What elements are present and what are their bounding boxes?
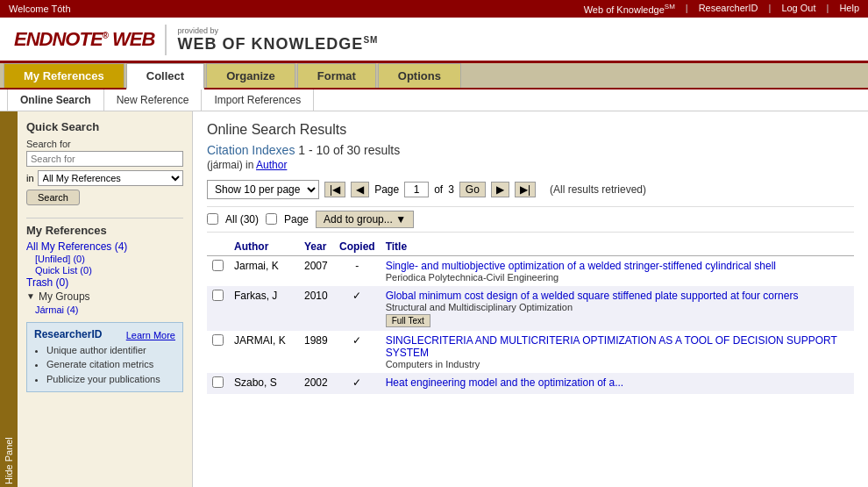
content-area: Online Search Results Citation Indexes 1… xyxy=(193,111,868,487)
search-button[interactable]: Search xyxy=(26,190,80,205)
researcher-learn-more[interactable]: Learn More xyxy=(126,330,175,340)
tab-collect[interactable]: Collect xyxy=(126,63,204,90)
row-copied: ✓ xyxy=(334,331,381,373)
row-checkbox[interactable] xyxy=(212,376,224,388)
row-journal: Periodica Polytechnica-Civil Engineering xyxy=(386,272,849,283)
row-checkbox-cell xyxy=(207,331,229,373)
row-author: JARMAI, K xyxy=(229,331,299,373)
row-checkbox-cell xyxy=(207,255,229,286)
wok-link[interactable]: Web of KnowledgeSM xyxy=(584,3,675,15)
check-all-checkbox[interactable] xyxy=(207,213,218,225)
row-title-link[interactable]: Global minimum cost design of a welded s… xyxy=(386,290,799,302)
row-year: 2002 xyxy=(299,373,334,394)
endnote-logo: ENDNOTE® WEB xyxy=(14,28,154,51)
tab-my-references[interactable]: My References xyxy=(4,63,125,88)
help-link[interactable]: Help xyxy=(839,3,859,15)
full-text-button[interactable]: Full Text xyxy=(386,314,430,327)
provided-by-text: provided by xyxy=(177,26,378,35)
group-jarmai-link[interactable]: Jármai (4) xyxy=(35,304,183,315)
next-page-btn[interactable]: ▶ xyxy=(491,182,509,197)
row-title-link[interactable]: SINGLECRITERIA AND MULTICRITERIA OPTIMIZ… xyxy=(386,334,837,359)
top-bar: Welcome Tóth Web of KnowledgeSM | Resear… xyxy=(0,0,868,18)
col-header-year: Year xyxy=(299,238,334,256)
page-total: 3 xyxy=(448,183,454,196)
researcher-id-list: Unique author identifier Generate citati… xyxy=(34,343,175,387)
researcher-id-box: ResearcherID Learn More Unique author id… xyxy=(26,322,183,393)
top-bar-links: Web of KnowledgeSM | ResearcherID | Log … xyxy=(584,3,859,15)
tab-organize[interactable]: Organize xyxy=(206,63,295,88)
col-header-check xyxy=(207,238,229,256)
welcome-text: Welcome Tóth xyxy=(9,4,71,14)
researcher-item-2: Generate citation metrics xyxy=(46,357,175,372)
content-title: Online Search Results xyxy=(207,122,854,138)
check-all-label: All (30) xyxy=(225,213,259,226)
results-table: Author Year Copied Title Jarmai, K 2007 … xyxy=(207,238,854,394)
trash-anchor[interactable]: Trash (0) xyxy=(26,276,183,289)
row-checkbox-cell xyxy=(207,373,229,394)
row-year: 2010 xyxy=(299,286,334,331)
last-page-btn[interactable]: ▶| xyxy=(515,182,536,197)
retrieved-text: (All results retrieved) xyxy=(550,183,646,196)
my-refs-section-title: My References xyxy=(26,224,183,237)
sub-nav-new-reference[interactable]: New Reference xyxy=(104,90,203,111)
prev-page-btn[interactable]: ◀ xyxy=(351,182,369,197)
row-checkbox[interactable] xyxy=(212,334,224,346)
researcher-item-1: Unique author identifier xyxy=(46,343,175,358)
sub-nav: Online Search New Reference Import Refer… xyxy=(0,90,868,111)
wok-text: WEB OF KNOWLEDGESM xyxy=(177,35,378,54)
all-my-refs-link[interactable]: All My References (4) xyxy=(26,240,183,253)
per-page-select[interactable]: Show 10 per page Show 20 per page Show 5… xyxy=(207,180,319,199)
in-label: in xyxy=(26,173,34,183)
sub-nav-import-references[interactable]: Import References xyxy=(202,90,314,111)
first-page-btn[interactable]: |◀ xyxy=(324,182,345,197)
tab-format[interactable]: Format xyxy=(297,63,376,88)
row-copied: ✓ xyxy=(334,373,381,394)
row-checkbox[interactable] xyxy=(212,260,224,271)
tab-options[interactable]: Options xyxy=(378,63,461,88)
query-field-link[interactable]: Author xyxy=(256,159,287,171)
of-label: of xyxy=(434,183,443,196)
search-input[interactable] xyxy=(26,151,183,167)
search-for-label: Search for xyxy=(26,139,183,149)
row-checkbox-cell xyxy=(207,286,229,331)
header: ENDNOTE® WEB provided by WEB OF KNOWLEDG… xyxy=(0,18,868,63)
row-year: 2007 xyxy=(299,255,334,286)
hide-panel-label: Hide Panel xyxy=(4,437,14,484)
check-page-label: Page xyxy=(284,213,309,226)
row-year: 1989 xyxy=(299,331,334,373)
researcher-item-3: Publicize your publications xyxy=(46,372,175,387)
page-label: Page xyxy=(374,183,399,196)
table-row: Jarmai, K 2007 - Single- and multiobject… xyxy=(207,255,854,286)
row-journal: Structural and Multidisciplinary Optimiz… xyxy=(386,302,849,312)
add-to-group-button[interactable]: Add to group... ▼ xyxy=(316,211,414,228)
row-copied: - xyxy=(334,255,381,286)
row-title-cell: Single- and multiobjective optimization … xyxy=(381,255,854,286)
check-page-checkbox[interactable] xyxy=(266,213,277,225)
search-in-select[interactable]: All My References Author Title Year xyxy=(38,170,183,186)
nav-tabs: My References Collect Organize Format Op… xyxy=(0,63,868,90)
logout-link[interactable]: Log Out xyxy=(781,3,815,15)
researcher-id-link[interactable]: ResearcherID xyxy=(699,3,758,15)
quick-list-link[interactable]: Quick List (0) xyxy=(35,265,183,276)
row-title-link[interactable]: Heat engineering model and the optimizat… xyxy=(386,376,624,389)
hide-panel-tab[interactable]: Hide Panel xyxy=(0,111,18,487)
researcher-id-title: ResearcherID xyxy=(34,328,102,340)
row-title-cell: SINGLECRITERIA AND MULTICRITERIA OPTIMIZ… xyxy=(381,331,854,373)
row-checkbox[interactable] xyxy=(212,290,224,301)
sub-nav-online-search[interactable]: Online Search xyxy=(7,90,104,111)
row-title-link[interactable]: Single- and multiobjective optimization … xyxy=(386,260,776,272)
row-title-cell: Global minimum cost design of a welded s… xyxy=(381,286,854,331)
quick-search-title: Quick Search xyxy=(26,120,183,133)
go-button[interactable]: Go xyxy=(459,182,486,197)
row-title-cell: Heat engineering model and the optimizat… xyxy=(381,373,854,394)
page-input[interactable] xyxy=(404,182,429,197)
row-journal: Computers in Industry xyxy=(386,359,849,369)
my-groups-label: My Groups xyxy=(39,290,90,303)
table-row: Farkas, J 2010 ✓ Global minimum cost des… xyxy=(207,286,854,331)
unfiled-link[interactable]: [Unfiled] (0) xyxy=(35,254,183,264)
results-range: 1 - 10 of 30 results xyxy=(295,143,400,157)
row-author: Szabo, S xyxy=(229,373,299,394)
col-header-title: Title xyxy=(381,238,854,256)
search-in-row: in All My References Author Title Year xyxy=(26,170,183,186)
add-group-dropdown-icon: ▼ xyxy=(395,213,406,226)
